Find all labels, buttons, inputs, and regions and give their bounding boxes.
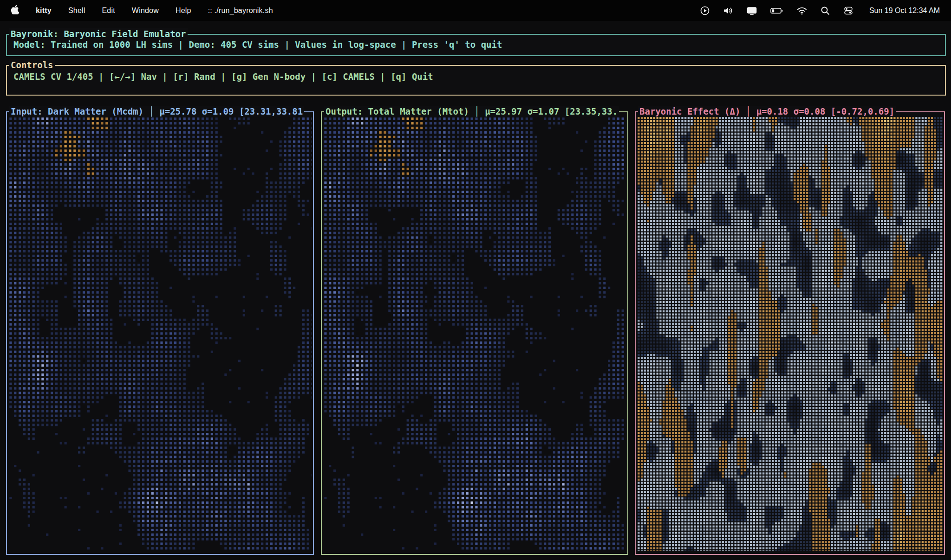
wifi-icon[interactable] xyxy=(796,6,808,16)
menu-bar: kitty Shell Edit Window Help :: ./run_ba… xyxy=(0,0,951,21)
menu-left: kitty Shell Edit Window Help :: ./run_ba… xyxy=(11,5,273,16)
control-center-icon[interactable] xyxy=(843,6,854,16)
field-baryonic-effect xyxy=(637,116,943,551)
menu-item-help[interactable]: Help xyxy=(176,6,191,15)
header-box-title: Bayronik: Baryonic Field Emulator xyxy=(9,28,188,39)
apple-icon xyxy=(11,5,19,16)
controls-box-line: CAMELS CV 1/405 | [←/→] Nav | [r] Rand |… xyxy=(13,71,433,82)
panel-output-title: Output: Total Matter (Mtot) │ μ=25.97 σ=… xyxy=(324,106,619,117)
header-box-line: Model: Trained on 1000 LH sims | Demo: 4… xyxy=(13,39,502,50)
menu-clock[interactable]: Sun 19 Oct 12:34 AM xyxy=(869,6,940,15)
window-title: :: ./run_bayronik.sh xyxy=(208,6,273,15)
field-input-dark-matter xyxy=(8,116,312,551)
display-icon[interactable] xyxy=(746,6,757,16)
volume-icon[interactable] xyxy=(723,6,734,16)
menu-item-edit[interactable]: Edit xyxy=(102,6,115,15)
panel-output-total-matter: Output: Total Matter (Mtot) │ μ=25.97 σ=… xyxy=(321,111,628,555)
terminal-window[interactable]: Bayronik: Baryonic Field Emulator Model:… xyxy=(0,21,951,560)
menu-item-shell[interactable]: Shell xyxy=(68,6,85,15)
search-icon[interactable] xyxy=(820,6,830,16)
menu-right: Sun 19 Oct 12:34 AM xyxy=(700,6,940,16)
panel-input-dark-matter: Input: Dark Matter (Mcdm) │ μ=25.78 σ=1.… xyxy=(6,111,314,555)
controls-box-title: Controls xyxy=(9,59,55,71)
apple-menu[interactable] xyxy=(11,5,19,16)
field-output-total-matter xyxy=(323,116,626,551)
panel-baryonic-effect: Baryonic Effect (Δ) │ μ=0.18 σ=0.08 [-0.… xyxy=(635,111,945,555)
panel-baryonic-title: Baryonic Effect (Δ) │ μ=0.18 σ=0.08 [-0.… xyxy=(638,106,896,117)
battery-icon[interactable] xyxy=(770,6,784,16)
menu-item-kitty[interactable]: kitty xyxy=(36,6,52,15)
header-box: Bayronik: Baryonic Field Emulator Model:… xyxy=(6,34,946,56)
controls-box: Controls CAMELS CV 1/405 | [←/→] Nav | [… xyxy=(6,65,946,96)
panel-input-title: Input: Dark Matter (Mcdm) │ μ=25.78 σ=1.… xyxy=(9,106,304,117)
menu-item-window[interactable]: Window xyxy=(132,6,159,15)
play-circle-icon[interactable] xyxy=(700,6,710,16)
